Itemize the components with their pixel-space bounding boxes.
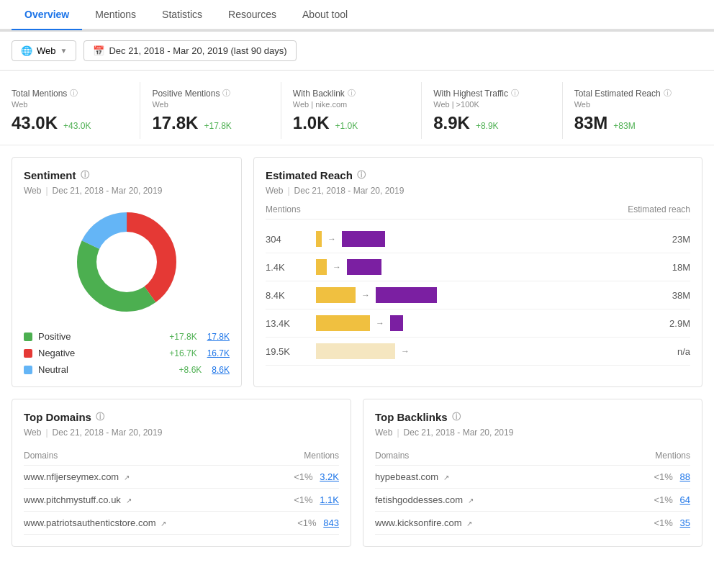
stat-delta: +43.0K bbox=[63, 121, 91, 131]
top-domains-title: Top Domains ⓘ bbox=[24, 411, 339, 423]
stat-item: Positive Mentions ⓘ Web 17.8K +17.8K bbox=[140, 82, 281, 139]
nav-tabs: OverviewMentionsStatisticsResourcesAbout… bbox=[0, 0, 714, 32]
reach-bars: → bbox=[316, 231, 654, 247]
legend-delta: +8.6K bbox=[179, 365, 202, 375]
pct-label: <1% bbox=[654, 471, 673, 482]
legend-item: Negative +16.7K 16.7K bbox=[24, 348, 230, 358]
pct-label: <1% bbox=[654, 517, 673, 528]
mentions-link[interactable]: 88 bbox=[680, 471, 690, 482]
sentiment-meta: Web | Dec 21, 2018 - Mar 20, 2019 bbox=[24, 186, 230, 196]
calendar-icon: 📅 bbox=[93, 45, 104, 56]
info-icon[interactable]: ⓘ bbox=[348, 88, 356, 99]
info-icon[interactable]: ⓘ bbox=[511, 88, 519, 99]
nav-tab-about-tool[interactable]: About tool bbox=[289, 0, 361, 30]
bar-reach bbox=[390, 315, 403, 331]
legend-dot bbox=[24, 349, 32, 358]
stat-sub: Web bbox=[12, 100, 128, 109]
legend-dot bbox=[24, 333, 32, 341]
pct-label: <1% bbox=[297, 517, 316, 528]
stat-delta: +8.9K bbox=[476, 121, 499, 131]
external-link-icon[interactable]: ↗ bbox=[443, 474, 449, 481]
nav-tab-overview[interactable]: Overview bbox=[12, 0, 82, 30]
reach-bars: → bbox=[316, 259, 654, 275]
reach-mentions-value: 1.4K bbox=[266, 262, 316, 273]
external-link-icon[interactable]: ↗ bbox=[468, 497, 474, 505]
stat-value: 17.8K +17.8K bbox=[152, 113, 268, 133]
reach-row: 304 → 23M bbox=[266, 225, 690, 253]
info-icon[interactable]: ⓘ bbox=[96, 411, 104, 423]
info-icon[interactable]: ⓘ bbox=[70, 88, 78, 99]
nav-tab-statistics[interactable]: Statistics bbox=[149, 0, 215, 30]
table-row: www.nfljerseymex.com ↗ <1% 3.2K bbox=[24, 466, 339, 489]
legend-link[interactable]: 17.8K bbox=[207, 332, 230, 342]
reach-value: 38M bbox=[654, 290, 690, 301]
info-icon[interactable]: ⓘ bbox=[452, 411, 461, 423]
info-icon[interactable]: ⓘ bbox=[664, 88, 672, 99]
source-dropdown[interactable]: 🌐 Web ▼ bbox=[12, 40, 76, 61]
table-row: hypebeast.com ↗ <1% 88 bbox=[375, 466, 690, 489]
mentions-link[interactable]: 843 bbox=[323, 517, 339, 528]
stat-label: With Highest Traffic ⓘ bbox=[433, 88, 550, 99]
pct-label: <1% bbox=[294, 494, 312, 505]
sentiment-legend: Positive +17.8K 17.8K Negative +16.7K 16… bbox=[24, 331, 230, 375]
reach-value: 23M bbox=[654, 234, 690, 245]
stat-delta: +1.0K bbox=[335, 121, 358, 131]
stat-item: Total Mentions ⓘ Web 43.0K +43.0K bbox=[12, 82, 140, 139]
date-range-button[interactable]: 📅 Dec 21, 2018 - Mar 20, 2019 (last 90 d… bbox=[83, 40, 296, 61]
top-domains-table: Domains Mentions www.nfljerseymex.com ↗ … bbox=[24, 446, 339, 535]
arrow-icon: → bbox=[358, 290, 373, 300]
mentions-link[interactable]: 35 bbox=[680, 517, 690, 528]
stat-item: With Backlink ⓘ Web | nike.com 1.0K +1.0… bbox=[281, 82, 422, 139]
mentions-link[interactable]: 64 bbox=[680, 494, 690, 505]
bar-mentions bbox=[316, 231, 322, 247]
reach-bars: → bbox=[316, 343, 654, 359]
external-link-icon[interactable]: ↗ bbox=[161, 520, 166, 528]
stat-item: Total Estimated Reach ⓘ Web 83M +83M bbox=[563, 82, 702, 139]
info-icon[interactable]: ⓘ bbox=[81, 169, 89, 181]
domain-name: fetishgoddesses.com bbox=[375, 494, 463, 505]
legend-item: Positive +17.8K 17.8K bbox=[24, 331, 230, 342]
top-domains-card: Top Domains ⓘ Web | Dec 21, 2018 - Mar 2… bbox=[12, 399, 351, 547]
info-icon[interactable]: ⓘ bbox=[357, 169, 366, 181]
mentions-cell: <1% 88 bbox=[605, 466, 690, 489]
bar-reach bbox=[342, 231, 385, 247]
top-backlinks-table: Domains Mentions hypebeast.com ↗ <1% 88 … bbox=[375, 446, 690, 535]
reach-col-labels: Mentions Estimated reach bbox=[266, 204, 690, 220]
legend-dot bbox=[24, 366, 32, 374]
estimated-reach-card: Estimated Reach ⓘ Web | Dec 21, 2018 - M… bbox=[253, 157, 702, 387]
chevron-down-icon: ▼ bbox=[60, 47, 68, 55]
legend-link[interactable]: 16.7K bbox=[207, 348, 230, 358]
stat-item: With Highest Traffic ⓘ Web | >100K 8.9K … bbox=[422, 82, 562, 139]
bar-mentions bbox=[316, 315, 370, 331]
external-link-icon[interactable]: ↗ bbox=[466, 520, 472, 528]
mentions-cell: <1% 35 bbox=[605, 512, 690, 535]
mentions-link[interactable]: 3.2K bbox=[320, 471, 339, 482]
domain-cell: hypebeast.com ↗ bbox=[375, 466, 605, 489]
domain-name: www.pitchmystuff.co.uk bbox=[24, 494, 121, 505]
stat-sub: Web | nike.com bbox=[293, 100, 410, 109]
legend-label: Positive bbox=[38, 331, 163, 342]
info-icon[interactable]: ⓘ bbox=[222, 88, 230, 99]
external-link-icon[interactable]: ↗ bbox=[124, 474, 130, 481]
domain-cell: www.nfljerseymex.com ↗ bbox=[24, 466, 263, 489]
arrow-icon: → bbox=[398, 346, 412, 356]
arrow-icon: → bbox=[373, 318, 387, 328]
reach-bars: → bbox=[316, 287, 654, 303]
donut-chart bbox=[24, 204, 230, 320]
table-row: fetishgoddesses.com ↗ <1% 64 bbox=[375, 489, 690, 512]
pct-label: <1% bbox=[654, 494, 673, 505]
reach-mentions-value: 8.4K bbox=[266, 290, 316, 301]
nav-tab-mentions[interactable]: Mentions bbox=[82, 0, 149, 30]
mentions-link[interactable]: 1.1K bbox=[320, 494, 339, 505]
bar-mentions bbox=[316, 259, 327, 275]
sentiment-title: Sentiment ⓘ bbox=[24, 169, 230, 181]
reach-mentions-value: 19.5K bbox=[266, 346, 316, 357]
stat-delta: +83M bbox=[613, 121, 635, 131]
external-link-icon[interactable]: ↗ bbox=[126, 497, 132, 505]
nav-tab-resources[interactable]: Resources bbox=[215, 0, 289, 30]
legend-link[interactable]: 8.6K bbox=[212, 365, 230, 375]
reach-mentions-value: 13.4K bbox=[266, 318, 316, 329]
globe-icon: 🌐 bbox=[21, 45, 32, 56]
reach-bars: → bbox=[316, 315, 654, 331]
top-domains-meta: Web | Dec 21, 2018 - Mar 20, 2019 bbox=[24, 428, 339, 438]
